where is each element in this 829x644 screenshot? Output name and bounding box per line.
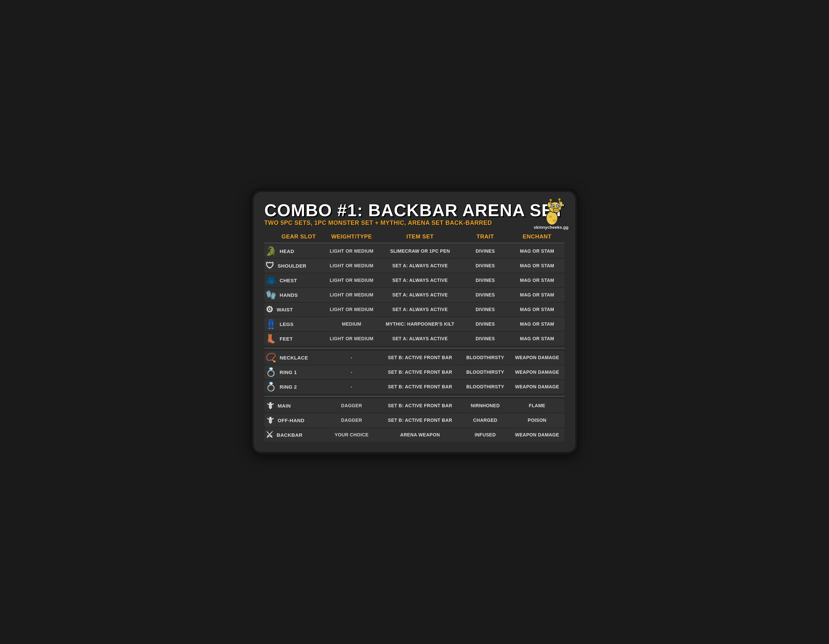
table-row: 🧥CHESTLIGHT OR MEDIUMSET A: ALWAYS ACTIV…: [264, 274, 565, 287]
enchant-cell: MAG OR STAM: [509, 317, 565, 331]
gear-slot-cell: 🗡MAIN: [264, 399, 324, 413]
slot-name: HEAD: [279, 249, 294, 254]
enchant-cell: MAG OR STAM: [509, 274, 565, 287]
svg-point-20: [552, 219, 556, 222]
weight-cell: LIGHT OR MEDIUM: [324, 303, 379, 316]
table-row: ⚙WAISTLIGHT OR MEDIUMSET A: ALWAYS ACTIV…: [264, 303, 565, 316]
section-divider: [264, 346, 565, 350]
gear-slot-cell: ⚔BACKBAR: [264, 428, 324, 442]
slot-name: RING 2: [279, 384, 297, 390]
gear-slot-cell: 🧥CHEST: [264, 274, 324, 287]
col-enchant: ENCHANT: [509, 231, 565, 243]
page-title: COMBO #1: BACKBAR ARENA SET: [264, 201, 565, 219]
table-header: GEAR SLOT WEIGHT/TYPE ITEM SET TRAIT ENC…: [264, 231, 565, 243]
table-row: 🐊HEADLIGHT OR MEDIUMSLIMECRAW OR 1PC PEN…: [264, 244, 565, 258]
slot-name: FEET: [279, 336, 293, 342]
table-row: 👖LEGSMEDIUMMYTHIC: HARPOONER'S KILTDIVIN…: [264, 317, 565, 331]
slot-icon: 📿: [266, 353, 276, 363]
gear-slot-cell: 💍RING 2: [264, 380, 324, 394]
item-set-cell: ARENA WEAPON: [379, 428, 461, 442]
slot-name: CHEST: [279, 277, 297, 283]
weight-cell: LIGHT OR MEDIUM: [324, 259, 379, 272]
slot-name: WAIST: [277, 307, 293, 312]
gear-slot-cell: 🗡OFF-HAND: [264, 414, 324, 427]
gear-slot-cell: 🐊HEAD: [264, 244, 324, 258]
enchant-cell: MAG OR STAM: [509, 259, 565, 272]
trait-cell: CHARGED: [461, 414, 509, 427]
enchant-cell: POISON: [509, 414, 565, 427]
svg-point-7: [558, 198, 561, 201]
weight-cell: -: [324, 380, 379, 394]
site-label: skinnycheeks.gg: [534, 225, 569, 230]
slot-name: BACKBAR: [277, 432, 303, 438]
col-gear-slot: GEAR SLOT: [264, 231, 324, 243]
weight-cell: LIGHT OR MEDIUM: [324, 274, 379, 287]
subtitle: TWO 5PC SETS, 1PC MONSTER SET + MYTHIC, …: [264, 219, 565, 227]
gear-slot-cell: 🛡SHOULDER: [264, 259, 324, 272]
svg-point-18: [556, 210, 558, 211]
trait-cell: BLOODTHIRSTY: [461, 351, 509, 364]
col-item-set: ITEM SET: [379, 231, 461, 243]
item-set-cell: SET A: ALWAYS ACTIVE: [379, 303, 461, 316]
item-set-cell: SET A: ALWAYS ACTIVE: [379, 274, 461, 287]
svg-point-17: [554, 210, 556, 211]
main-card: skinnycheeks.gg COMBO #1: BACKBAR ARENA …: [252, 191, 577, 453]
slot-icon: 💍: [266, 382, 276, 392]
weight-cell: DAGGER: [324, 414, 379, 427]
svg-point-5: [549, 199, 552, 202]
item-set-cell: SLIMECRAW OR 1PC PEN: [379, 244, 461, 258]
slot-icon: 👖: [266, 319, 276, 329]
slot-name: RING 1: [279, 369, 297, 375]
item-set-cell: SET B: ACTIVE FRONT BAR: [379, 399, 461, 413]
item-set-cell: SET A: ALWAYS ACTIVE: [379, 332, 461, 346]
enchant-cell: WEAPON DAMAGE: [509, 351, 565, 364]
slot-icon: ⚙: [266, 304, 273, 315]
enchant-cell: FLAME: [509, 399, 565, 413]
enchant-cell: MAG OR STAM: [509, 303, 565, 316]
item-set-cell: SET B: ACTIVE FRONT BAR: [379, 414, 461, 427]
table-row: 🗡OFF-HANDDAGGERSET B: ACTIVE FRONT BARCH…: [264, 414, 565, 427]
enchant-cell: WEAPON DAMAGE: [509, 428, 565, 442]
table-row: 🛡SHOULDERLIGHT OR MEDIUMSET A: ALWAYS AC…: [264, 259, 565, 272]
trait-cell: DIVINES: [461, 303, 509, 316]
gear-slot-cell: 🧤HANDS: [264, 288, 324, 302]
item-set-cell: SET B: ACTIVE FRONT BAR: [379, 365, 461, 379]
section-divider: [264, 395, 565, 398]
gear-table: GEAR SLOT WEIGHT/TYPE ITEM SET TRAIT ENC…: [264, 230, 565, 443]
trait-cell: DIVINES: [461, 259, 509, 272]
slot-name: OFF-HAND: [277, 417, 304, 423]
table-row: 💍RING 1-SET B: ACTIVE FRONT BARBLOODTHIR…: [264, 365, 565, 379]
enchant-cell: WEAPON DAMAGE: [509, 365, 565, 379]
table-row: 🧤HANDSLIGHT OR MEDIUMSET A: ALWAYS ACTIV…: [264, 288, 565, 302]
table-row: 📿NECKLACE-SET B: ACTIVE FRONT BARBLOODTH…: [264, 351, 565, 364]
mascot-container: skinnycheeks.gg: [533, 195, 569, 230]
col-weight: WEIGHT/TYPE: [324, 231, 379, 243]
weight-cell: DAGGER: [324, 399, 379, 413]
slot-name: SHOULDER: [277, 263, 306, 269]
weight-cell: LIGHT OR MEDIUM: [324, 244, 379, 258]
gear-slot-cell: 👖LEGS: [264, 317, 324, 331]
enchant-cell: MAG OR STAM: [509, 244, 565, 258]
gear-slot-cell: 💍RING 1: [264, 365, 324, 379]
svg-point-11: [553, 206, 554, 206]
trait-cell: DIVINES: [461, 244, 509, 258]
slot-icon: 🗡: [266, 415, 274, 425]
weight-cell: -: [324, 365, 379, 379]
slot-name: HANDS: [279, 292, 298, 298]
weight-cell: YOUR CHOICE: [324, 428, 379, 442]
weight-cell: MEDIUM: [324, 317, 379, 331]
slot-icon: 🧥: [266, 275, 276, 285]
item-set-cell: SET A: ALWAYS ACTIVE: [379, 259, 461, 272]
slot-name: NECKLACE: [279, 355, 308, 361]
trait-cell: INFUSED: [461, 428, 509, 442]
item-set-cell: SET B: ACTIVE FRONT BAR: [379, 380, 461, 394]
col-trait: TRAIT: [461, 231, 509, 243]
item-set-cell: SET B: ACTIVE FRONT BAR: [379, 351, 461, 364]
weight-cell: -: [324, 351, 379, 364]
trait-cell: DIVINES: [461, 274, 509, 287]
item-set-cell: MYTHIC: HARPOONER'S KILT: [379, 317, 461, 331]
slot-icon: 👢: [266, 334, 276, 344]
svg-point-15: [558, 205, 559, 206]
item-set-cell: SET A: ALWAYS ACTIVE: [379, 288, 461, 302]
slot-icon: 🐊: [266, 246, 276, 256]
